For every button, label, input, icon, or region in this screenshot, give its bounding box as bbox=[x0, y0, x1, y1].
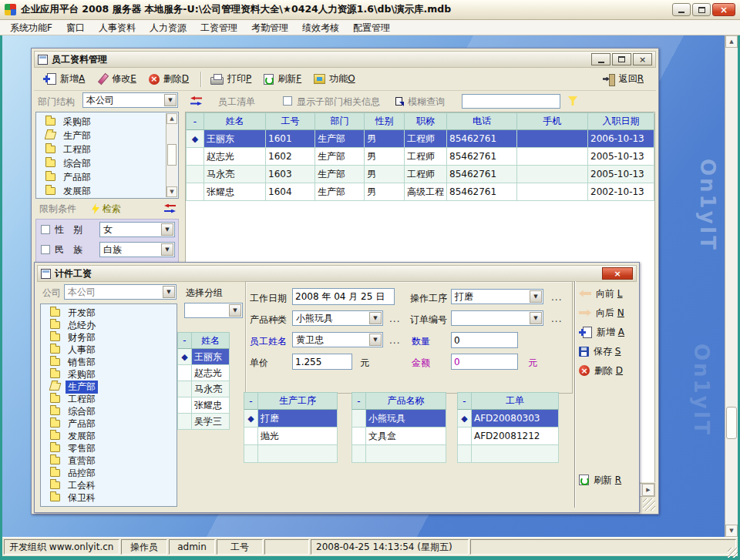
show-subdept-checkbox[interactable] bbox=[283, 96, 292, 106]
chevron-down-icon[interactable]: ▼ bbox=[369, 334, 382, 346]
next-button[interactable]: 向后 N bbox=[579, 305, 639, 320]
tree-item[interactable]: 生产部 bbox=[41, 381, 177, 393]
tree-item[interactable]: 产品部 bbox=[36, 170, 178, 184]
resize-grip[interactable] bbox=[643, 498, 655, 511]
column-header[interactable]: - bbox=[458, 393, 472, 410]
tree-item[interactable]: 工程部 bbox=[41, 393, 177, 405]
swap-icon[interactable] bbox=[190, 96, 203, 106]
column-header[interactable]: - bbox=[352, 393, 366, 410]
tree-item[interactable]: 总经办 bbox=[41, 319, 177, 331]
table-row[interactable]: 马永亮 bbox=[177, 381, 230, 397]
tree-scrollbar[interactable]: ▲ ▼ bbox=[166, 113, 177, 197]
order-more-button[interactable]: ... bbox=[551, 314, 562, 324]
search-button[interactable]: 检索 bbox=[92, 203, 121, 216]
tree-item[interactable]: 采购部 bbox=[41, 368, 177, 381]
maximize-button[interactable] bbox=[692, 3, 711, 16]
tree-item[interactable]: 销售部 bbox=[41, 356, 177, 368]
order-select[interactable]: ▼ bbox=[451, 310, 543, 326]
table-row[interactable]: 打磨 bbox=[244, 410, 338, 428]
table-row[interactable] bbox=[457, 445, 559, 463]
resize-grip[interactable] bbox=[728, 548, 738, 558]
table-row[interactable]: 王丽东 1601 生产部 男 工程师 85462761 2006-10-13 bbox=[186, 130, 654, 148]
column-header[interactable]: 电话 bbox=[447, 113, 517, 130]
fuzzy-search-input[interactable] bbox=[462, 94, 560, 109]
column-header[interactable]: 生产工序 bbox=[258, 393, 338, 410]
filter-select[interactable]: 白族 ▼ bbox=[99, 242, 175, 257]
tree-item[interactable]: 品控部 bbox=[41, 467, 177, 479]
menu-item[interactable]: 窗口 bbox=[59, 20, 92, 35]
chevron-down-icon[interactable]: ▼ bbox=[369, 312, 382, 324]
table-row[interactable]: 张耀忠 bbox=[177, 397, 230, 414]
mdi-vertical-scrollbar[interactable]: ▲ ▼ bbox=[725, 35, 738, 537]
main-titlebar[interactable]: 企业应用平台 2008 服务器 本地服务-U:\公司管理资料大全\★0424人力… bbox=[0, 0, 740, 20]
column-header[interactable]: 工单 bbox=[472, 393, 559, 410]
chevron-down-icon[interactable]: ▼ bbox=[161, 243, 173, 256]
department-structure-select[interactable]: 本公司 ▼ bbox=[82, 92, 178, 108]
column-header[interactable]: 姓名 bbox=[204, 113, 266, 130]
tree-item[interactable]: 开发部 bbox=[41, 307, 177, 319]
menu-item[interactable]: 工资管理 bbox=[193, 20, 244, 35]
tree-item[interactable]: 发展部 bbox=[41, 430, 177, 442]
column-header[interactable]: 性别 bbox=[365, 113, 405, 130]
menu-item[interactable]: 考勤管理 bbox=[244, 20, 295, 35]
tree-item[interactable]: 发展部 bbox=[36, 184, 178, 198]
add-button[interactable]: 新增A bbox=[40, 71, 91, 87]
scroll-down-icon[interactable]: ▼ bbox=[166, 186, 177, 197]
column-header[interactable]: 手机 bbox=[517, 113, 588, 130]
company-select[interactable]: 本公司 ▼ bbox=[64, 284, 177, 300]
return-button[interactable]: 返回R bbox=[600, 71, 650, 87]
unit-price-input[interactable] bbox=[292, 354, 352, 370]
tree-item[interactable]: 保卫科 bbox=[41, 491, 177, 504]
tree-item[interactable]: 工程部 bbox=[36, 143, 178, 156]
function-button[interactable]: 功能O bbox=[311, 71, 361, 87]
tree-item[interactable]: 直营部 bbox=[41, 454, 177, 467]
filter-checkbox[interactable] bbox=[41, 225, 50, 234]
table-row[interactable]: AFD20080303 bbox=[457, 410, 559, 428]
menu-item[interactable]: 绩效考核 bbox=[295, 20, 346, 35]
menu-item[interactable]: 系统功能F bbox=[3, 20, 59, 35]
chevron-down-icon[interactable]: ▼ bbox=[530, 312, 542, 324]
employee-select[interactable]: 黄卫忠▼ bbox=[292, 332, 383, 347]
column-header[interactable]: 职称 bbox=[405, 113, 447, 130]
chevron-down-icon[interactable]: ▼ bbox=[161, 223, 173, 236]
table-row[interactable]: 赵志光 1602 生产部 男 工程师 85462761 2005-10-13 bbox=[186, 148, 654, 166]
menu-item[interactable]: 人力资源 bbox=[143, 20, 193, 35]
chevron-down-icon[interactable]: ▼ bbox=[163, 286, 175, 298]
table-row[interactable] bbox=[244, 445, 338, 463]
chevron-down-icon[interactable]: ▼ bbox=[229, 304, 241, 317]
column-header[interactable]: - bbox=[178, 333, 192, 349]
edit-button[interactable]: 修改E bbox=[94, 71, 143, 87]
column-header[interactable]: 产品名称 bbox=[366, 393, 446, 410]
tree-item[interactable]: 综合部 bbox=[36, 156, 178, 170]
table-row[interactable]: 张耀忠 1604 生产部 男 高级工程 85462761 2002-10-13 bbox=[186, 183, 654, 201]
refresh-button[interactable]: 刷新 R bbox=[579, 472, 639, 488]
chevron-down-icon[interactable]: ▼ bbox=[164, 94, 177, 106]
table-row[interactable]: 文具盒 bbox=[352, 428, 446, 445]
refresh-button[interactable]: 刷新F bbox=[261, 71, 308, 87]
save-button[interactable]: 保存 S bbox=[579, 344, 639, 359]
minimize-button[interactable] bbox=[672, 3, 691, 16]
scroll-thumb[interactable] bbox=[167, 144, 177, 166]
delete-button[interactable]: 删除D bbox=[146, 71, 195, 87]
table-row[interactable]: 王丽东 bbox=[177, 349, 230, 365]
process-select[interactable]: 打磨▼ bbox=[451, 289, 543, 304]
swap-icon[interactable] bbox=[164, 204, 177, 214]
chevron-down-icon[interactable]: ▼ bbox=[530, 290, 542, 303]
tree-item[interactable]: 生产部 bbox=[36, 129, 178, 143]
table-row[interactable]: 赵志光 bbox=[177, 365, 230, 381]
table-row[interactable]: AFD20081212 bbox=[457, 428, 559, 445]
maximize-button[interactable] bbox=[612, 53, 631, 65]
work-date-input[interactable] bbox=[292, 288, 395, 305]
column-header[interactable]: 工号 bbox=[266, 113, 315, 130]
tree-item[interactable]: 人事部 bbox=[41, 344, 177, 356]
add-button[interactable]: 新增 A bbox=[579, 324, 639, 340]
table-row[interactable]: 马永亮 1603 生产部 男 工程师 85462761 2005-10-13 bbox=[186, 166, 654, 183]
scroll-up-icon[interactable]: ▲ bbox=[725, 35, 738, 48]
tree-item[interactable]: 财务部 bbox=[41, 331, 177, 344]
amount-input[interactable] bbox=[451, 354, 518, 370]
product-more-button[interactable]: ... bbox=[389, 314, 400, 324]
table-row[interactable]: 小熊玩具 bbox=[352, 410, 446, 428]
scroll-right-icon[interactable]: ▶ bbox=[642, 484, 654, 496]
table-row[interactable]: 吴学三 bbox=[177, 414, 230, 430]
close-button[interactable]: × bbox=[712, 3, 735, 16]
